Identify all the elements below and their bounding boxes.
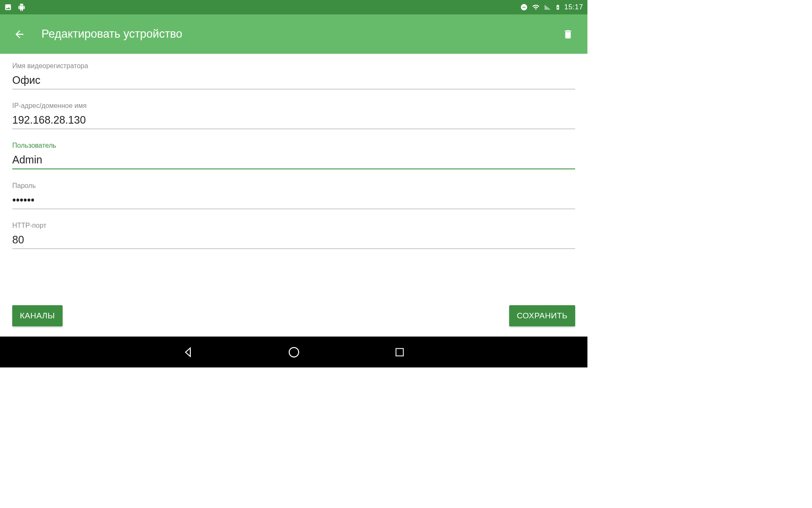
ip-address-input[interactable]	[12, 112, 575, 129]
svg-point-2	[289, 347, 299, 357]
page-title: Редактировать устройство	[41, 28, 182, 41]
field-http-port: HTTP-порт	[12, 222, 575, 249]
battery-charging-icon	[555, 3, 561, 11]
image-icon	[4, 3, 12, 11]
user-label: Пользователь	[12, 142, 575, 149]
field-user: Пользователь	[12, 142, 575, 169]
http-port-input[interactable]	[12, 232, 575, 249]
svg-rect-3	[396, 348, 403, 356]
nav-recent-button[interactable]	[391, 344, 408, 361]
device-name-input[interactable]	[12, 72, 575, 89]
nav-home-button[interactable]	[285, 344, 302, 361]
delete-button[interactable]	[560, 26, 576, 43]
http-port-label: HTTP-порт	[12, 222, 575, 229]
action-bar: Редактировать устройство	[0, 14, 587, 54]
field-ip-address: IP-адрес/доменное имя	[12, 102, 575, 129]
navigation-bar	[0, 337, 587, 367]
no-sim-icon	[544, 3, 551, 11]
password-label: Пароль	[12, 182, 575, 190]
dnd-icon	[520, 3, 528, 11]
password-input[interactable]	[12, 192, 575, 209]
field-device-name: Имя видеорегистратора	[12, 62, 575, 89]
ip-address-label: IP-адрес/доменное имя	[12, 102, 575, 110]
device-name-label: Имя видеорегистратора	[12, 62, 575, 70]
user-input[interactable]	[12, 152, 575, 169]
status-time: 15:17	[564, 3, 583, 11]
channels-button[interactable]: КАНАЛЫ	[12, 305, 63, 326]
svg-rect-1	[522, 7, 526, 8]
button-row: КАНАЛЫ СОХРАНИТЬ	[12, 305, 575, 337]
wifi-icon	[531, 3, 540, 11]
edit-device-form: Имя видеорегистратора IP-адрес/доменное …	[0, 54, 587, 337]
android-icon	[18, 3, 25, 11]
nav-back-button[interactable]	[180, 344, 197, 361]
save-button[interactable]: СОХРАНИТЬ	[509, 305, 575, 326]
status-bar: 15:17	[0, 0, 587, 14]
back-button[interactable]	[11, 26, 28, 43]
field-password: Пароль	[12, 182, 575, 209]
